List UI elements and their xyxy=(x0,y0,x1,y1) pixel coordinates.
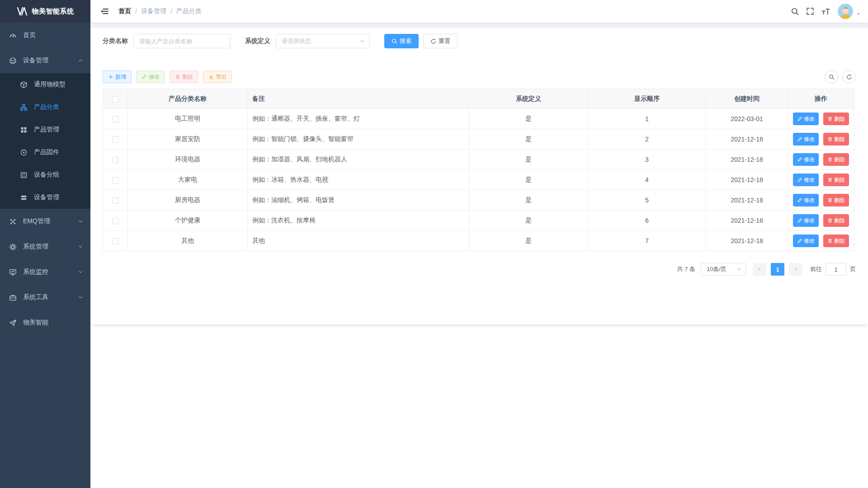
edit-icon xyxy=(797,218,802,223)
export-button[interactable]: 导出 xyxy=(203,70,232,83)
sidebar-item-thing-model[interactable]: 通用物模型 xyxy=(0,73,90,96)
row-checkbox[interactable] xyxy=(112,177,118,183)
delete-button[interactable]: 删除 xyxy=(170,70,198,83)
sidebar-item-device-management[interactable]: 设备管理 xyxy=(0,48,90,73)
page-unit-label: 页 xyxy=(850,265,856,273)
cell-name: 大家电 xyxy=(128,170,248,190)
row-delete-button[interactable]: 删除 xyxy=(823,174,849,186)
trash-icon xyxy=(827,177,833,183)
table-toolbar: 新增 修改 删除 导出 xyxy=(90,48,868,84)
search-button[interactable]: 搜索 xyxy=(384,34,419,48)
table-row[interactable]: 其他 其他 是 7 2021-12-18 修改删除 xyxy=(103,231,854,251)
cell-order: 4 xyxy=(588,170,706,190)
category-table: 产品分类名称 备注 系统定义 显示顺序 创建时间 操作 电工照明 例如：通断器 xyxy=(90,84,868,251)
app-layout: 物美智能系统 首页 设备管理 通用物模型 产品分类 产品管理 xyxy=(0,0,868,488)
sidebar-item-emq-management[interactable]: EMQ管理 xyxy=(0,209,90,234)
sidebar-item-device-admin[interactable]: 设备管理 xyxy=(0,186,90,209)
sidebar-item-product-category[interactable]: 产品分类 xyxy=(0,96,90,118)
sidebar-item-product-firmware[interactable]: 产品固件 xyxy=(0,141,90,164)
page-number-current[interactable]: 1 xyxy=(771,263,784,276)
row-checkbox[interactable] xyxy=(112,238,118,244)
row-checkbox[interactable] xyxy=(112,157,118,163)
category-name-input[interactable] xyxy=(133,34,231,48)
navbar-right xyxy=(787,4,863,19)
cell-remark: 例如：油烟机、烤箱、电饭煲 xyxy=(248,190,469,211)
row-delete-button[interactable]: 删除 xyxy=(823,153,849,166)
toggle-search-button[interactable] xyxy=(825,70,838,84)
row-edit-button[interactable]: 修改 xyxy=(793,194,819,206)
row-edit-button[interactable]: 修改 xyxy=(793,174,819,186)
row-delete-button[interactable]: 删除 xyxy=(823,133,849,145)
table-header-row: 产品分类名称 备注 系统定义 显示顺序 创建时间 操作 xyxy=(103,89,854,109)
edit-icon xyxy=(797,157,802,162)
user-menu[interactable] xyxy=(838,4,863,19)
sidebar-item-label: 产品管理 xyxy=(34,126,59,134)
chevron-down-icon xyxy=(78,244,83,249)
page-size-select[interactable]: 10条/页 xyxy=(701,263,746,276)
table-row[interactable]: 厨房电器 例如：油烟机、烤箱、电饭煲 是 5 2021-12-18 修改删除 xyxy=(103,190,854,211)
breadcrumb: 首页 / 设备管理 / 产品分类 xyxy=(118,7,202,15)
row-edit-button[interactable]: 修改 xyxy=(793,235,819,247)
fullscreen-button[interactable] xyxy=(802,4,818,19)
row-delete-button[interactable]: 删除 xyxy=(823,194,849,206)
row-checkbox[interactable] xyxy=(112,197,118,204)
sidebar-item-system-tools[interactable]: 系统工具 xyxy=(0,285,90,310)
target-icon xyxy=(20,149,28,156)
cube-icon xyxy=(20,81,28,89)
app-logo[interactable]: 物美智能系统 xyxy=(0,0,90,23)
cell-name: 其他 xyxy=(128,231,248,251)
filter-system-defined: 系统定义 请选择状态 xyxy=(245,34,370,48)
sidebar-item-wumei-smart[interactable]: 物美智能 xyxy=(0,310,90,335)
row-edit-button[interactable]: 修改 xyxy=(793,214,819,227)
cell-remark: 例如：洗衣机、按摩椅 xyxy=(248,211,469,231)
chevron-up-icon xyxy=(78,58,83,63)
reset-button[interactable]: 重置 xyxy=(423,34,458,48)
sidebar-item-system-monitor[interactable]: 系统监控 xyxy=(0,259,90,285)
table-row[interactable]: 家居安防 例如：智能门锁、摄像头、智能窗帘 是 2 2021-12-18 修改删… xyxy=(103,129,854,150)
content-card: 分类名称 系统定义 请选择状态 搜索 重置 xyxy=(90,28,868,324)
trash-icon xyxy=(175,74,180,80)
row-delete-button[interactable]: 删除 xyxy=(823,113,849,125)
cell-sysdef: 是 xyxy=(469,211,588,231)
refresh-table-button[interactable] xyxy=(842,70,856,84)
sidebar-item-system-management[interactable]: 系统管理 xyxy=(0,234,90,259)
row-delete-button[interactable]: 删除 xyxy=(823,214,849,227)
row-checkbox[interactable] xyxy=(112,136,118,143)
next-page-button[interactable] xyxy=(789,263,802,276)
table-row[interactable]: 环境电器 例如：加湿器、风扇、扫地机器人 是 3 2021-12-18 修改删除 xyxy=(103,150,854,170)
chevron-down-icon xyxy=(736,267,742,272)
sidebar-item-product-management[interactable]: 产品管理 xyxy=(0,118,90,141)
font-size-icon xyxy=(821,7,830,16)
system-defined-select[interactable]: 请选择状态 xyxy=(276,34,370,48)
cell-sysdef: 是 xyxy=(469,170,588,190)
table-row[interactable]: 大家电 例如：冰箱、热水器、电视 是 4 2021-12-18 修改删除 xyxy=(103,170,854,190)
gear-icon xyxy=(9,243,17,251)
col-header-time: 创建时间 xyxy=(706,89,788,109)
cell-remark: 例如：通断器、开关、插座、窗帘、灯 xyxy=(248,109,469,129)
cell-remark: 例如：智能门锁、摄像头、智能窗帘 xyxy=(248,129,469,150)
header-search-button[interactable] xyxy=(787,4,802,19)
row-checkbox[interactable] xyxy=(112,218,118,224)
row-checkbox[interactable] xyxy=(112,116,118,122)
prev-page-button[interactable] xyxy=(753,263,766,276)
goto-page-input[interactable] xyxy=(826,263,846,276)
breadcrumb-home[interactable]: 首页 xyxy=(118,7,131,15)
breadcrumb-product-category: 产品分类 xyxy=(176,7,202,15)
edit-button[interactable]: 修改 xyxy=(136,70,165,83)
table-row[interactable]: 个护健康 例如：洗衣机、按摩椅 是 6 2021-12-18 修改删除 xyxy=(103,211,854,231)
emq-nodes-icon xyxy=(9,218,17,225)
select-all-checkbox[interactable] xyxy=(112,96,118,103)
row-edit-button[interactable]: 修改 xyxy=(793,133,819,145)
sidebar-item-device-group[interactable]: 设备分组 xyxy=(0,164,90,186)
row-edit-button[interactable]: 修改 xyxy=(793,113,819,125)
layout-size-button[interactable] xyxy=(818,4,833,19)
sidebar-item-home[interactable]: 首页 xyxy=(0,23,90,48)
filter-category-name: 分类名称 xyxy=(103,34,231,48)
refresh-icon xyxy=(430,38,436,44)
row-delete-button[interactable]: 删除 xyxy=(823,235,849,247)
row-edit-button[interactable]: 修改 xyxy=(793,153,819,166)
cell-time: 2021-12-18 xyxy=(706,231,788,251)
table-row[interactable]: 电工照明 例如：通断器、开关、插座、窗帘、灯 是 1 2022-03-01 修改… xyxy=(103,109,854,129)
add-button[interactable]: 新增 xyxy=(103,70,132,83)
sidebar-fold-button[interactable] xyxy=(97,4,112,19)
